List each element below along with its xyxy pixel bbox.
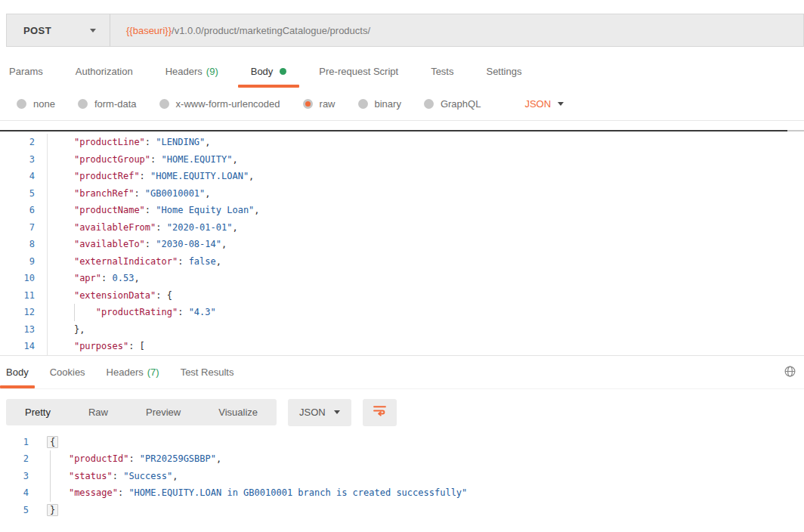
- line-number: 4: [0, 487, 29, 498]
- line-content: "availableTo": "2030-08-14",: [47, 236, 804, 253]
- token: "purposes": [74, 341, 128, 351]
- body-mode-none[interactable]: none: [17, 98, 55, 110]
- token: ,: [232, 154, 237, 165]
- token: :: [140, 171, 150, 181]
- body-mode-label: form-data: [94, 98, 137, 110]
- view-tab-preview[interactable]: Preview: [127, 399, 199, 425]
- token: "message": [69, 487, 118, 498]
- token: ,: [249, 171, 254, 181]
- request-tabs: ParamsAuthorizationHeaders(9)BodyPre-req…: [0, 47, 804, 88]
- token: "externalIndicator": [74, 256, 178, 267]
- response-json-code[interactable]: 1{2 "productId": "PR20259GSBBP",3 "statu…: [0, 434, 804, 519]
- tab-tests[interactable]: Tests: [431, 66, 453, 88]
- line-content: "purposes": [: [47, 338, 804, 355]
- line-number: 5: [0, 188, 35, 199]
- scrollbar-thumb[interactable]: [0, 130, 787, 131]
- horizontal-scrollbar[interactable]: [0, 130, 804, 131]
- token: "2020-01-01": [167, 222, 233, 233]
- line-number: 2: [0, 137, 35, 147]
- view-tab-pretty[interactable]: Pretty: [6, 399, 70, 425]
- code-line: 3 "status": "Success",: [0, 468, 804, 485]
- body-mode-form-data[interactable]: form-data: [78, 98, 137, 110]
- token: :: [134, 188, 144, 199]
- request-body-editor[interactable]: 2 "productLine": "LENDING",3 "productGro…: [0, 130, 804, 355]
- token: "extensionData": [74, 290, 156, 301]
- tab-label: Tests: [431, 66, 453, 77]
- token: "status": [69, 471, 113, 481]
- token: [52, 324, 74, 335]
- line-content: "productRating": "4.3": [47, 304, 804, 321]
- tab-settings[interactable]: Settings: [486, 66, 521, 88]
- tab-label: Authorization: [76, 66, 133, 77]
- indent-guide: [50, 450, 51, 468]
- token: :: [145, 239, 156, 249]
- body-mode-label: raw: [320, 98, 336, 110]
- body-mode-raw[interactable]: raw: [303, 98, 336, 110]
- line-number: 10: [0, 273, 35, 283]
- line-content: "status": "Success",: [29, 468, 804, 485]
- token: [52, 341, 74, 351]
- wrap-text-button[interactable]: [363, 399, 397, 426]
- response-tab-cookies[interactable]: Cookies: [50, 356, 85, 388]
- tab-label: Body: [251, 66, 274, 77]
- request-json-code[interactable]: 2 "productLine": "LENDING",3 "productGro…: [0, 134, 804, 355]
- token: [52, 137, 74, 147]
- token: [52, 290, 74, 301]
- line-number: 4: [0, 171, 35, 181]
- body-mode-graphql[interactable]: GraphQL: [424, 98, 481, 110]
- token: "GB0010001": [145, 188, 205, 199]
- line-number: 7: [0, 222, 35, 233]
- token: "4.3": [189, 307, 216, 317]
- code-line: 4 "productRef": "HOME.EQUITY.LOAN",: [0, 168, 804, 185]
- tab-label: Cookies: [50, 367, 85, 378]
- globe-icon[interactable]: [784, 365, 796, 381]
- url-input[interactable]: {{baseuri}}/v1.0.0/product/marketingCata…: [110, 14, 804, 47]
- response-tab-body[interactable]: Body: [6, 356, 29, 388]
- line-content: },: [47, 321, 804, 339]
- token: ,: [172, 471, 178, 481]
- code-line: 5}: [0, 502, 804, 519]
- token: "branchRef": [74, 188, 134, 199]
- view-tab-visualize[interactable]: Visualize: [199, 399, 277, 425]
- code-line: 14 "purposes": [: [0, 338, 804, 355]
- token: :: [178, 307, 188, 317]
- token: "HOME.EQUITY.LOAN in GB0010001 branch is…: [128, 487, 467, 498]
- language-dropdown[interactable]: JSON: [524, 98, 564, 110]
- view-tab-raw[interactable]: Raw: [70, 399, 127, 425]
- url-path: /v1.0.0/product/marketingCatalogue/produ…: [172, 25, 370, 36]
- code-line: 3 "productGroup": "HOME.EQUITY",: [0, 151, 804, 169]
- response-tab-headers[interactable]: Headers(7): [107, 356, 159, 388]
- token: : [: [128, 341, 145, 351]
- code-line: 13 },: [0, 321, 804, 339]
- method-label: POST: [23, 25, 51, 36]
- token: [52, 273, 74, 283]
- code-line: 5 "branchRef": "GB0010001",: [0, 185, 804, 203]
- body-mode-x-www-form-urlencoded[interactable]: x-www-form-urlencoded: [159, 98, 280, 110]
- tab-headers[interactable]: Headers(9): [165, 66, 218, 88]
- response-tab-test-results[interactable]: Test Results: [181, 356, 234, 388]
- token: :: [118, 487, 128, 498]
- tab-label: Test Results: [181, 367, 234, 378]
- line-number: 6: [0, 205, 35, 215]
- response-section: BodyCookiesHeaders(7)Test Results Pretty…: [0, 355, 804, 519]
- method-dropdown[interactable]: POST: [6, 14, 110, 47]
- code-line: 2 "productId": "PR20259GSBBP",: [0, 450, 804, 468]
- tab-params[interactable]: Params: [9, 66, 43, 88]
- line-content: "externalIndicator": false,: [47, 253, 804, 271]
- response-language-dropdown[interactable]: JSON: [288, 399, 351, 426]
- token: [52, 171, 74, 181]
- token: [52, 239, 74, 249]
- token: :: [145, 137, 156, 147]
- tab-authorization[interactable]: Authorization: [76, 66, 133, 88]
- tab-label: Body: [6, 367, 29, 378]
- body-mode-binary[interactable]: binary: [358, 98, 401, 110]
- token: : {: [156, 290, 172, 301]
- fold-brace: {: [47, 436, 58, 448]
- token: "2030-08-14": [156, 239, 221, 249]
- request-url-bar: POST {{baseuri}}/v1.0.0/product/marketin…: [6, 14, 804, 47]
- tab-pre-request-script[interactable]: Pre-request Script: [319, 66, 398, 88]
- code-line: 12 "productRating": "4.3": [0, 304, 804, 321]
- line-content: "productId": "PR20259GSBBP",: [29, 450, 804, 468]
- tab-body[interactable]: Body: [251, 66, 287, 88]
- radio-icon: [358, 99, 368, 109]
